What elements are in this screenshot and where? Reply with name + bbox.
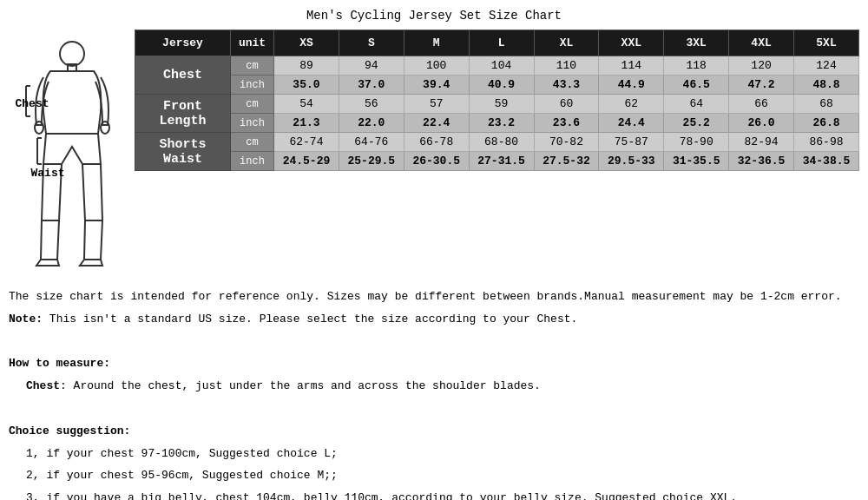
val-inch-8: 26.8 [794,114,859,133]
waist-label: Waist [31,167,65,180]
val-cm-8: 124 [794,56,859,76]
val-cm-1: 56 [339,95,404,114]
val-cm-4: 70-82 [534,133,599,152]
unit-cm: cm [231,133,274,152]
choice-1: 1, if your chest 97-100cm, Suggested cho… [9,445,859,464]
choice-2: 2, if your chest 95-96cm, Suggested choi… [9,467,859,485]
val-cm-6: 78-90 [664,133,729,152]
col-m: M [404,30,469,56]
val-cm-7: 66 [729,95,794,114]
row-label-front-length: Front Length [135,95,231,133]
val-cm-0: 54 [274,95,339,114]
val-cm-5: 62 [599,95,664,114]
val-cm-7: 120 [729,56,794,76]
val-cm-8: 86-98 [794,133,859,152]
chest-measure-text: : Around the chest, just under the arms … [60,379,541,392]
val-inch-3: 40.9 [469,76,534,95]
chest-measure-label: Chest [26,379,60,392]
chest-label: Chest [16,97,49,110]
chest-measure: Chest: Around the chest, just under the … [9,378,859,396]
choice-3: 3, if you have a big belly, chest 104cm,… [9,490,859,500]
val-cm-8: 68 [794,95,859,114]
val-cm-4: 110 [534,56,599,76]
choice-label: Choice suggestion: [9,423,859,441]
val-inch-8: 34-38.5 [794,152,859,171]
note-text: This isn't a standard US size. Please se… [49,312,578,326]
val-cm-3: 104 [469,56,534,76]
human-figure: Chest Waist [24,38,120,281]
note-line: Note: This isn't a standard US size. Ple… [9,311,859,329]
how-to-label: How to measure: [9,355,859,373]
col-4xl: 4XL [729,30,794,56]
notes-area: The size chart is intended for reference… [0,281,868,500]
reference-note: The size chart is intended for reference… [9,288,859,306]
row-label-chest: Chest [135,56,231,95]
unit-inch: inch [231,152,274,171]
val-cm-3: 68-80 [469,133,534,152]
svg-point-0 [60,42,84,66]
val-inch-1: 25-29.5 [339,152,404,171]
val-inch-0: 24.5-29 [274,152,339,171]
val-cm-5: 114 [599,56,664,76]
col-jersey: Jersey [135,30,231,56]
col-xxl: XXL [599,30,664,56]
val-cm-0: 89 [274,56,339,76]
col-3xl: 3XL [664,30,729,56]
val-inch-3: 27-31.5 [469,152,534,171]
val-inch-1: 37.0 [339,76,404,95]
page-title: Men's Cycling Jersey Set Size Chart [0,9,868,23]
col-xs: XS [274,30,339,56]
col-xl: XL [534,30,599,56]
val-cm-6: 64 [664,95,729,114]
val-cm-1: 64-76 [339,133,404,152]
size-chart-table: Jersey unit XS S M L XL XXL 3XL 4XL 5XL … [135,30,859,171]
val-inch-4: 43.3 [534,76,599,95]
unit-cm: cm [231,95,274,114]
val-cm-7: 82-94 [729,133,794,152]
col-s: S [339,30,404,56]
svg-point-2 [35,122,43,134]
unit-inch: inch [231,76,274,95]
val-cm-6: 118 [664,56,729,76]
col-l: L [469,30,534,56]
val-inch-0: 21.3 [274,114,339,133]
val-cm-5: 75-87 [599,133,664,152]
val-cm-4: 60 [534,95,599,114]
val-inch-8: 48.8 [794,76,859,95]
val-inch-3: 23.2 [469,114,534,133]
val-inch-5: 29.5-33 [599,152,664,171]
svg-point-3 [101,122,109,134]
val-inch-4: 27.5-32 [534,152,599,171]
note-label: Note: [9,312,43,326]
val-inch-7: 32-36.5 [729,152,794,171]
val-inch-2: 26-30.5 [404,152,469,171]
val-cm-3: 59 [469,95,534,114]
val-inch-7: 47.2 [729,76,794,95]
col-5xl: 5XL [794,30,859,56]
val-inch-6: 31-35.5 [664,152,729,171]
val-inch-5: 44.9 [599,76,664,95]
unit-cm: cm [231,56,274,76]
val-cm-2: 66-78 [404,133,469,152]
val-inch-7: 26.0 [729,114,794,133]
val-cm-2: 57 [404,95,469,114]
val-inch-4: 23.6 [534,114,599,133]
val-cm-0: 62-74 [274,133,339,152]
val-inch-5: 24.4 [599,114,664,133]
val-cm-2: 100 [404,56,469,76]
val-inch-2: 39.4 [404,76,469,95]
unit-inch: inch [231,114,274,133]
val-inch-0: 35.0 [274,76,339,95]
val-inch-6: 25.2 [664,114,729,133]
val-inch-1: 22.0 [339,114,404,133]
val-cm-1: 94 [339,56,404,76]
val-inch-2: 22.4 [404,114,469,133]
figure-panel: Chest Waist [9,30,135,281]
col-unit: unit [231,30,274,56]
row-label-shorts-waist: Shorts Waist [135,133,231,171]
val-inch-6: 46.5 [664,76,729,95]
